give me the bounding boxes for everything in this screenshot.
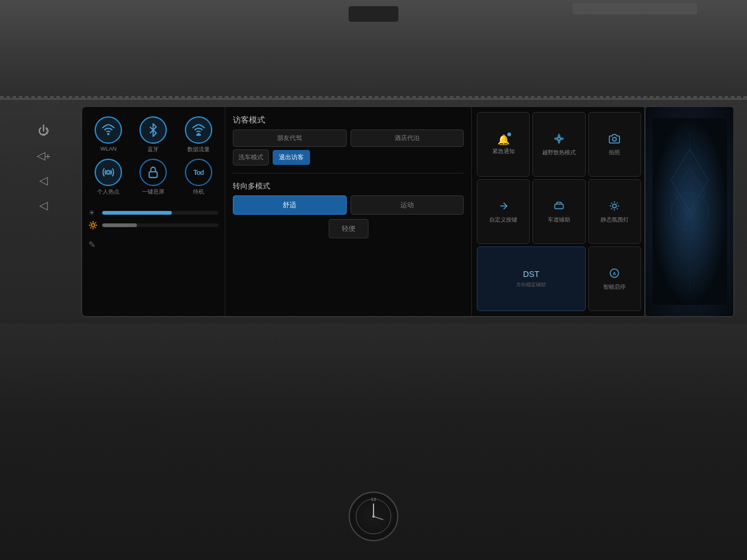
hotspot-label: 个人热点 xyxy=(97,188,120,196)
steering-mode-section: 转向多模式 舒适 运动 轻便 xyxy=(233,181,464,238)
top-dashboard-trim xyxy=(0,0,747,100)
svg-text:A: A xyxy=(613,271,617,276)
right-function-panel: 🔔 紧急通知 xyxy=(472,107,646,316)
bell-icon-wrapper: 🔔 xyxy=(497,134,510,146)
svg-rect-8 xyxy=(555,204,563,209)
edit-icon[interactable]: ✎ xyxy=(88,240,218,250)
middle-panel: 访客模式 朋友代驾 酒店代泊 洗车模式 退出访客 转向多模式 xyxy=(225,107,472,316)
stitch-line xyxy=(0,96,747,101)
lane-assist-label: 车道辅助 xyxy=(548,217,570,223)
slider-section: ☀ 🔆 xyxy=(88,208,218,230)
svg-line-18 xyxy=(617,202,618,203)
comfort-mode-button[interactable]: 舒适 xyxy=(233,195,347,215)
power-button[interactable]: ⏻ xyxy=(38,124,49,138)
clock-dial: 12 xyxy=(349,492,398,541)
clock-face xyxy=(355,498,392,535)
notification-dot xyxy=(507,133,511,136)
brightness-icon: ☀ xyxy=(88,208,98,217)
data-icon-circle xyxy=(185,116,212,144)
wrench-icon xyxy=(498,200,509,214)
mode-buttons: 舒适 运动 轻便 xyxy=(233,195,464,238)
svg-rect-2 xyxy=(196,134,200,136)
friend-drive-button[interactable]: 朋友代驾 xyxy=(233,129,347,147)
svg-rect-4 xyxy=(149,172,157,177)
bluetooth-item[interactable]: 蓝牙 xyxy=(133,116,173,154)
onescreen-label: 一键息屏 xyxy=(142,188,164,196)
left-controls: ⏻ ◁+ ◁ ◁ xyxy=(12,124,75,212)
smart-stop-button[interactable]: A 智能启停 xyxy=(588,246,641,311)
ambient-light-button[interactable]: 静态氛围灯 xyxy=(588,179,641,244)
smart-stop-label: 智能启停 xyxy=(603,284,626,291)
steering-mode-title: 转向多模式 xyxy=(233,181,464,192)
quick-settings-panel: WLAN 蓝牙 xyxy=(82,107,225,316)
svg-line-17 xyxy=(617,208,618,209)
dst-button[interactable]: DST 方向稳定辅助 xyxy=(477,246,586,311)
visitor-mode-title: 访客模式 xyxy=(233,114,464,126)
data-item[interactable]: 数据流量 xyxy=(179,116,218,154)
tod-label: 待机 xyxy=(193,188,204,196)
clock-12-mark: 12 xyxy=(371,497,377,502)
wlan-icon-circle xyxy=(95,116,122,144)
volume-icon: 🔆 xyxy=(88,221,98,230)
volume-fill xyxy=(102,223,137,227)
main-screen: WLAN 蓝牙 xyxy=(81,106,647,317)
carwash-button[interactable]: 洗车模式 xyxy=(233,149,269,166)
light-mode-button[interactable]: 轻便 xyxy=(329,219,369,238)
hotspot-icon-circle xyxy=(95,159,122,186)
onescreen-item[interactable]: 一键息屏 xyxy=(133,159,173,196)
top-right-trim xyxy=(573,3,697,14)
divider xyxy=(233,173,464,174)
dashboard-background: ⏻ ◁+ ◁ ◁ xyxy=(0,0,747,560)
tod-icon-circle: Tod xyxy=(185,159,212,186)
sport-mode-button[interactable]: 运动 xyxy=(350,195,464,215)
brightness-slider-row: ☀ xyxy=(88,208,218,217)
bottom-dashboard: ⊟ ⊞ 12 xyxy=(0,324,747,560)
svg-line-29 xyxy=(374,516,383,520)
smart-stop-icon: A xyxy=(609,268,620,281)
photo-label: 拍照 xyxy=(609,149,620,156)
custom-key-label: 自定义按键 xyxy=(489,217,517,223)
tod-item[interactable]: Tod 待机 xyxy=(179,159,218,196)
screen-content: WLAN 蓝牙 xyxy=(82,107,646,316)
fan-icon xyxy=(553,133,565,147)
brightness-fill xyxy=(102,211,172,215)
ambient-icon xyxy=(609,200,620,214)
visitor-mode-section: 访客模式 朋友代驾 酒店代泊 洗车模式 退出访客 xyxy=(233,114,464,166)
dst-sublabel: 方向稳定辅助 xyxy=(516,281,546,288)
volume-mid-button[interactable]: ◁ xyxy=(39,174,48,187)
camera-icon xyxy=(609,133,620,147)
custom-key-button[interactable]: 自定义按键 xyxy=(477,179,530,244)
bluetooth-label: 蓝牙 xyxy=(148,146,159,154)
svg-point-6 xyxy=(613,137,616,141)
volume-down-button[interactable]: ◁ xyxy=(39,198,48,212)
visitor-buttons-row1: 朋友代驾 酒店代泊 xyxy=(233,129,464,147)
svg-point-11 xyxy=(613,204,616,208)
icon-grid: WLAN 蓝牙 xyxy=(88,116,218,196)
top-center-bump xyxy=(349,6,398,22)
right-instrument-cluster xyxy=(644,106,735,317)
hotspot-item[interactable]: 个人热点 xyxy=(88,159,128,196)
volume-slider[interactable] xyxy=(102,223,218,227)
svg-point-0 xyxy=(108,134,109,135)
svg-line-19 xyxy=(611,208,613,209)
hotel-valet-button[interactable]: 酒店代泊 xyxy=(350,129,464,147)
photo-button[interactable]: 拍照 xyxy=(588,112,641,177)
lane-assist-button[interactable]: 车道辅助 xyxy=(532,179,585,244)
offroad-label: 越野散热模式 xyxy=(542,149,576,156)
dst-label: DST xyxy=(523,269,539,279)
mode-row-1: 舒适 运动 xyxy=(233,195,464,215)
notification-button[interactable]: 🔔 紧急通知 xyxy=(477,112,530,177)
offroad-button[interactable]: 越野散热模式 xyxy=(532,112,585,177)
brightness-slider[interactable] xyxy=(102,211,218,215)
exit-visitor-button[interactable]: 退出访客 xyxy=(273,150,310,165)
volume-slider-row: 🔆 xyxy=(88,221,218,230)
svg-point-30 xyxy=(372,515,375,518)
wlan-item[interactable]: WLAN xyxy=(88,116,128,154)
cluster-graphic xyxy=(652,118,727,305)
tod-text: Tod xyxy=(194,169,204,176)
wlan-label: WLAN xyxy=(100,146,116,152)
bluetooth-icon-circle xyxy=(139,116,167,144)
visitor-buttons-row2: 洗车模式 退出访客 xyxy=(233,149,464,166)
svg-line-16 xyxy=(611,202,613,203)
volume-up-button[interactable]: ◁+ xyxy=(37,149,51,162)
